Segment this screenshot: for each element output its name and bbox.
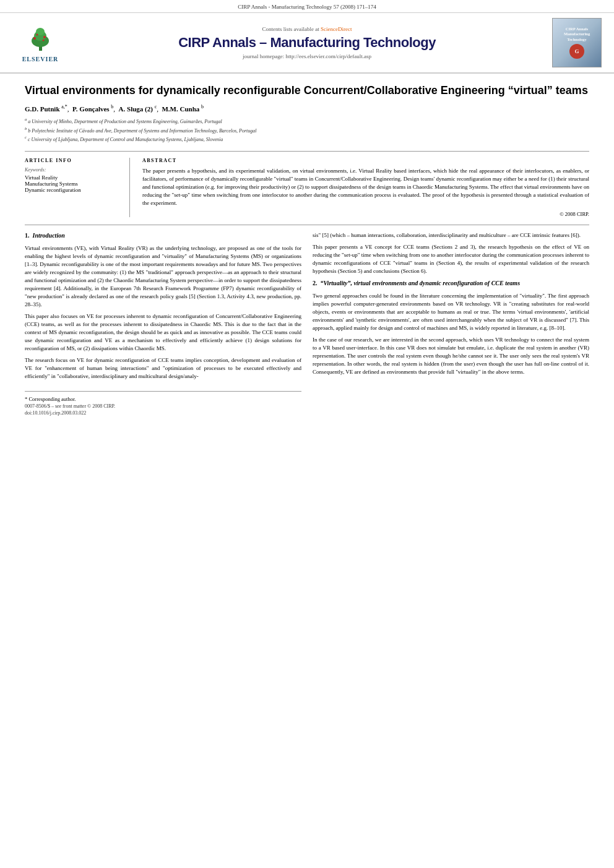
section1-title: 1. 1. IntroductionIntroduction xyxy=(25,231,301,241)
article-info-label: ARTICLE INFO xyxy=(25,158,123,163)
page-container: CIRP Annals - Manufacturing Technology 5… xyxy=(0,0,614,868)
article-info-abstract: ARTICLE INFO Keywords: Virtual Reality M… xyxy=(25,151,589,217)
abstract-label: ABSTRACT xyxy=(142,158,589,163)
manufacturing-technology-logo: CIRP AnnalsManufacturingTechnology G xyxy=(552,18,602,67)
affiliation-b: b b Polytechnic Institute of Cávado and … xyxy=(25,126,589,135)
logo-top-text: CIRP AnnalsManufacturingTechnology xyxy=(564,27,590,42)
right-column: sis" [5] (which – human interactions, co… xyxy=(313,231,589,417)
journal-homepage: journal homepage: http://ees.elsevier.co… xyxy=(68,53,546,59)
section1-number: 1. xyxy=(25,232,30,239)
journal-name: CIRP Annals – Manufacturing Technology xyxy=(68,35,546,51)
right-logo-area: CIRP AnnalsManufacturingTechnology G xyxy=(546,18,602,67)
affiliations: a a University of Minho, Department of P… xyxy=(25,116,589,144)
section2-number: 2. xyxy=(313,280,318,286)
keyword-2: Manufacturing Systems xyxy=(25,181,123,187)
abstract-section: ABSTRACT The paper presents a hypothesis… xyxy=(142,158,589,217)
svg-point-6 xyxy=(36,33,38,35)
elsevier-logo: ELSEVIER xyxy=(12,24,68,62)
left-column: 1. 1. IntroductionIntroduction Virtual e… xyxy=(25,231,301,417)
section2-title: 2. 2. "Virtuality", virtual environments… xyxy=(313,279,589,288)
affiliation-a: a a University of Minho, Department of P… xyxy=(25,116,589,126)
footnote-corresponding: * Corresponding author. xyxy=(25,395,301,403)
footnote-issn: 0007-8506/$ – see front matter © 2008 CI… xyxy=(25,403,301,410)
svg-point-5 xyxy=(43,36,46,38)
header-center: Contents lists available at ScienceDirec… xyxy=(68,26,546,59)
article-info-section: ARTICLE INFO Keywords: Virtual Reality M… xyxy=(25,158,130,217)
author-cunha: M.M. Cunha xyxy=(162,105,199,113)
sciencedirect-info: Contents lists available at ScienceDirec… xyxy=(68,26,546,32)
logo-icon: G xyxy=(569,44,584,59)
keyword-1: Virtual Reality xyxy=(25,174,123,181)
elsevier-wordmark: ELSEVIER xyxy=(22,56,59,62)
section2-para2: In the case of our research, we are inte… xyxy=(313,336,589,376)
section1-para3: The research focus on VE for dynamic rec… xyxy=(25,356,301,380)
journal-citation: CIRP Annals - Manufacturing Technology 5… xyxy=(238,4,376,10)
sciencedirect-prefix: Contents lists available at xyxy=(262,26,319,32)
affiliation-c: c c University of Ljubljana, Department … xyxy=(25,134,589,144)
elsevier-tree-icon xyxy=(24,24,58,54)
top-bar: CIRP Annals - Manufacturing Technology 5… xyxy=(0,0,614,13)
keywords-label: Keywords: xyxy=(25,167,123,173)
svg-point-4 xyxy=(33,37,36,40)
elsevier-logo-area: ELSEVIER xyxy=(12,24,68,62)
section1-para1: Virtual environments (VE), with Virtual … xyxy=(25,244,301,309)
putnik-superscript: a,* xyxy=(61,104,67,110)
section2-para1: Two general approaches could be found in… xyxy=(313,292,589,332)
section1-cont-para2: This paper presents a VE concept for CCE… xyxy=(313,243,589,275)
sluga-superscript: c xyxy=(155,104,157,110)
sciencedirect-link[interactable]: ScienceDirect xyxy=(321,26,352,32)
cunha-superscript: b xyxy=(201,104,204,110)
section1-para2: This paper also focuses on VE for proces… xyxy=(25,312,301,353)
author-putnik: G.D. Putnik xyxy=(25,105,60,113)
copyright: © 2008 CIRP. xyxy=(142,211,589,217)
section1-cont-para1: sis" [5] (which – human interactions, co… xyxy=(313,231,589,239)
main-content: Virtual environments for dynamically rec… xyxy=(0,74,614,423)
article-title: Virtual environments for dynamically rec… xyxy=(25,84,589,98)
author-goncalves: P. Gonçalves xyxy=(72,105,110,113)
authors-line: G.D. Putnik a,*, P. Gonçalves b, A. Slug… xyxy=(25,104,589,113)
goncalves-superscript: b xyxy=(111,104,113,110)
two-column-body: 1. 1. IntroductionIntroduction Virtual e… xyxy=(25,225,589,417)
journal-header: ELSEVIER Contents lists available at Sci… xyxy=(0,13,614,74)
author-sluga: A. Sluga (2) xyxy=(119,105,153,113)
footnote-area: * Corresponding author. 0007-8506/$ – se… xyxy=(25,391,301,418)
keyword-3: Dynamic reconfiguration xyxy=(25,187,123,193)
svg-point-7 xyxy=(42,39,44,41)
footnote-doi: doi:10.1016/j.cirp.2008.03.022 xyxy=(25,410,301,417)
abstract-text: The paper presents a hypothesis, and its… xyxy=(142,167,589,207)
